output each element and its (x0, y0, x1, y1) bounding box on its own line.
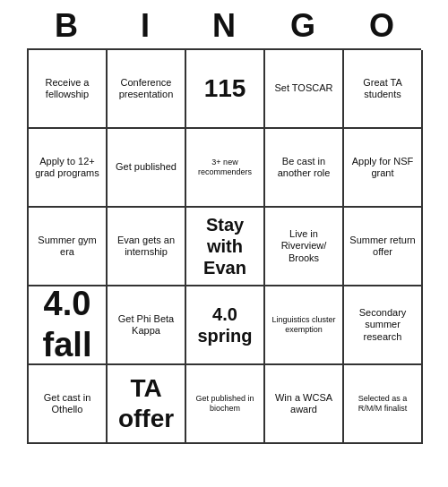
bingo-cell-22: Get published in biochem (186, 365, 265, 444)
bingo-cell-3: Set TOSCAR (265, 50, 344, 129)
bingo-cell-15: 4.0 fall (29, 286, 108, 365)
bingo-cell-4: Great TA students (344, 50, 423, 129)
bingo-cell-13: Live in Riverview/ Brooks (265, 208, 344, 286)
bingo-cell-7: 3+ new recommenders (186, 129, 265, 208)
bingo-cell-6: Get published (108, 129, 186, 208)
letter-i: I (106, 7, 185, 45)
bingo-cell-0: Receive a fellowship (29, 50, 108, 129)
bingo-cell-1: Conference presentation (108, 50, 186, 129)
letter-n: N (185, 7, 263, 45)
bingo-cell-2: 115 (186, 50, 265, 129)
bingo-grid: Receive a fellowshipConference presentat… (27, 48, 421, 444)
bingo-cell-23: Win a WCSA award (265, 365, 344, 444)
bingo-cell-18: Linguistics cluster exemption (265, 286, 344, 365)
letter-g: G (263, 7, 342, 45)
letter-b: B (27, 7, 106, 45)
bingo-cell-24: Selected as a R/M/M finalist (344, 365, 423, 444)
bingo-cell-14: Summer return offer (344, 208, 423, 286)
bingo-cell-11: Evan gets an internship (108, 208, 186, 286)
bingo-cell-9: Apply for NSF grant (344, 129, 423, 208)
bingo-cell-8: Be cast in another role (265, 129, 344, 208)
bingo-header: B I N G O (0, 0, 448, 48)
bingo-cell-19: Secondary summer research (344, 286, 423, 365)
bingo-cell-16: Get Phi Beta Kappa (108, 286, 186, 365)
bingo-cell-10: Summer gym era (29, 208, 108, 286)
bingo-cell-21: TA offer (108, 365, 186, 444)
bingo-cell-5: Apply to 12+ grad programs (29, 129, 108, 208)
bingo-cell-12: Stay with Evan (186, 208, 265, 286)
bingo-cell-20: Get cast in Othello (29, 365, 108, 444)
bingo-cell-17: 4.0 spring (186, 286, 265, 365)
letter-o: O (342, 7, 421, 45)
